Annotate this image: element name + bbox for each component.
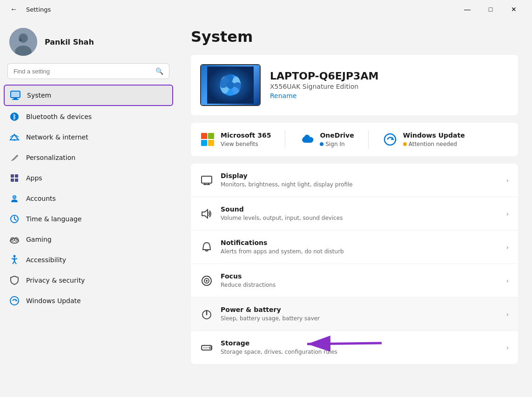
svg-rect-14 (15, 179, 18, 182)
apps-icon (9, 173, 20, 183)
power-icon (200, 308, 213, 321)
svg-point-26 (16, 239, 17, 240)
accounts-icon (9, 193, 20, 204)
rename-link[interactable]: Rename (270, 92, 296, 99)
chevron-icon: › (506, 344, 509, 351)
quick-link-onedrive: OneDrive Sign In (299, 132, 354, 148)
svg-rect-5 (13, 98, 17, 99)
sidebar-item-bluetooth[interactable]: ᛒ Bluetooth & devices (4, 107, 173, 126)
settings-item-sound[interactable]: Sound Volume levels, output, input, soun… (191, 197, 518, 231)
quick-link-winupdate: Windows Update Attention needed (383, 132, 465, 148)
device-info: LAPTOP-Q6EJP3AM X556UAK Signature Editio… (270, 70, 378, 100)
svg-point-25 (15, 238, 16, 239)
winupdate-title: Windows Update (403, 132, 465, 139)
ms365-title: Microsoft 365 (221, 132, 271, 139)
focus-icon (200, 274, 213, 287)
svg-point-44 (384, 134, 396, 145)
chevron-icon: › (506, 210, 509, 218)
search-input[interactable] (13, 68, 152, 75)
bluetooth-icon: ᛒ (9, 112, 20, 122)
app-container: Pankil Shah 🔍 System (0, 19, 532, 397)
sidebar-item-system[interactable]: System (4, 85, 173, 106)
back-button[interactable]: ← (7, 3, 20, 16)
svg-line-32 (14, 261, 16, 264)
svg-rect-12 (15, 174, 18, 178)
svg-rect-13 (11, 179, 14, 182)
sidebar-item-personalization[interactable]: Personalization (4, 148, 173, 167)
window-controls: — □ ✕ (457, 2, 525, 17)
device-card: LAPTOP-Q6EJP3AM X556UAK Signature Editio… (191, 55, 518, 115)
chevron-icon: › (506, 244, 509, 251)
sidebar-item-privacy[interactable]: Privacy & security (4, 271, 173, 290)
search-box[interactable]: 🔍 (7, 63, 169, 79)
focus-title: Focus (221, 272, 498, 280)
user-profile: Pankil Shah (4, 19, 173, 63)
sidebar: Pankil Shah 🔍 System (0, 19, 177, 397)
sidebar-item-apps[interactable]: Apps (4, 168, 173, 188)
storage-title: Storage (221, 339, 498, 347)
maximize-button[interactable]: □ (480, 2, 501, 17)
sound-icon (200, 207, 213, 220)
display-title: Display (221, 172, 498, 179)
display-desc: Monitors, brightness, night light, displ… (221, 181, 353, 188)
title-bar: ← Settings — □ ✕ (0, 0, 532, 19)
settings-item-display[interactable]: Display Monitors, brightness, night ligh… (191, 164, 518, 197)
avatar (9, 28, 37, 56)
ms365-icon (200, 132, 215, 147)
svg-point-53 (206, 280, 208, 282)
svg-rect-45 (202, 176, 212, 183)
settings-item-notifications[interactable]: Notifications Alerts from apps and syste… (191, 231, 518, 264)
sidebar-item-network[interactable]: Network & internet (4, 127, 173, 147)
focus-desc: Reduce distractions (221, 282, 276, 288)
winupdate-subtitle: Attention needed (403, 141, 457, 147)
system-icon (10, 90, 20, 100)
settings-item-storage[interactable]: Storage Storage space, drives, configura… (191, 331, 518, 364)
chevron-icon: › (506, 277, 509, 285)
sidebar-item-label: Bluetooth & devices (26, 113, 92, 120)
sidebar-item-accounts[interactable]: Accounts (4, 189, 173, 208)
nav-list: System ᛒ Bluetooth & devices (4, 85, 173, 311)
device-edition: X556UAK Signature Edition (270, 83, 378, 90)
svg-point-3 (19, 39, 22, 41)
minimize-button[interactable]: — (457, 2, 478, 17)
avatar-image (9, 28, 37, 56)
settings-list: Display Monitors, brightness, night ligh… (191, 164, 518, 364)
svg-marker-49 (202, 210, 208, 218)
sidebar-item-gaming[interactable]: Gaming (4, 230, 173, 249)
accessibility-icon (9, 255, 20, 265)
settings-item-power[interactable]: Power & battery Sleep, battery usage, ba… (191, 298, 518, 331)
time-icon (9, 214, 20, 224)
sidebar-item-time[interactable]: Time & language (4, 209, 173, 229)
onedrive-title: OneDrive (320, 132, 354, 139)
svg-point-58 (209, 347, 211, 349)
svg-line-19 (14, 219, 16, 220)
svg-point-27 (13, 255, 16, 258)
page-title: System (191, 28, 518, 46)
close-button[interactable]: ✕ (503, 2, 525, 17)
app-title: Settings (26, 6, 51, 13)
search-container: 🔍 (4, 63, 173, 85)
sound-title: Sound (221, 205, 498, 213)
power-title: Power & battery (221, 306, 498, 313)
svg-point-16 (13, 196, 16, 198)
svg-rect-11 (11, 174, 14, 178)
settings-item-focus[interactable]: Focus Reduce distractions › (191, 264, 518, 298)
quick-link-ms365: Microsoft 365 View benefits (200, 132, 271, 148)
svg-rect-57 (202, 347, 209, 349)
sidebar-item-label: Accounts (26, 195, 56, 202)
winupdate-status-dot (403, 142, 407, 146)
update-icon (9, 296, 20, 306)
title-bar-left: ← Settings (7, 3, 51, 16)
svg-point-10 (16, 155, 18, 157)
sidebar-item-accessibility[interactable]: Accessibility (4, 250, 173, 270)
user-name: Pankil Shah (45, 38, 94, 46)
sidebar-item-update[interactable]: Windows Update (4, 291, 173, 311)
device-image (200, 64, 261, 106)
device-name: LAPTOP-Q6EJP3AM (270, 70, 378, 82)
personalization-icon (9, 152, 20, 163)
chevron-icon: › (506, 177, 509, 184)
chevron-icon: › (506, 311, 509, 318)
quick-links: Microsoft 365 View benefits OneDrive Sig… (191, 123, 518, 156)
power-desc: Sleep, battery usage, battery saver (221, 315, 320, 322)
content-area: System (177, 19, 532, 397)
